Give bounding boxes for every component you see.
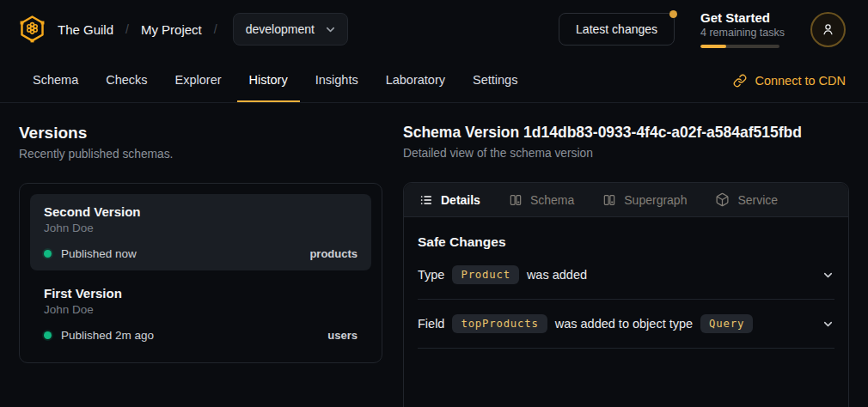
published-status-dot [44, 250, 52, 258]
changes-list: TypeProductwas addedFieldtopProductswas … [418, 251, 834, 349]
hive-logo-icon[interactable] [19, 15, 46, 44]
section-title: Safe Changes [418, 234, 834, 250]
tab-settings[interactable]: Settings [461, 58, 529, 102]
detail-tabs: DetailsSchemaSupergraphService [404, 183, 848, 217]
detail-tab-label: Schema [530, 193, 574, 207]
version-author: John Doe [44, 303, 358, 316]
connect-to-cdn-link[interactable]: Connect to CDN [733, 58, 846, 102]
panels-icon [509, 193, 523, 207]
get-started-progress-fill [700, 45, 726, 48]
user-icon [820, 21, 836, 38]
detail-tab-service[interactable]: Service [715, 192, 778, 207]
header: The Guild / My Project / development Lat… [0, 0, 868, 58]
detail-body: Safe Changes TypeProductwas addedFieldto… [404, 217, 848, 349]
version-item[interactable]: First VersionJohn DoePublished 2m agouse… [30, 276, 371, 352]
version-status: Published now [61, 247, 137, 260]
link-icon [733, 74, 747, 88]
tab-history[interactable]: History [237, 58, 300, 102]
change-text: was added to object type [555, 317, 693, 331]
code-chip: Query [700, 314, 753, 333]
get-started[interactable]: Get Started 4 remaining tasks [700, 10, 785, 48]
tab-insights[interactable]: Insights [303, 58, 370, 102]
breadcrumb-org[interactable]: The Guild [58, 22, 113, 37]
nav-tabs: SchemaChecksExplorerHistoryInsightsLabor… [21, 58, 529, 102]
panels-icon [602, 193, 616, 207]
app: The Guild / My Project / development Lat… [0, 0, 868, 407]
get-started-progress [700, 45, 779, 48]
code-chip: Product [452, 265, 518, 284]
change-row[interactable]: FieldtopProductswas added to object type… [418, 300, 834, 349]
detail-tab-label: Supergraph [624, 193, 687, 207]
nav: SchemaChecksExplorerHistoryInsightsLabor… [0, 58, 868, 103]
version-name: Second Version [44, 204, 358, 219]
change-row[interactable]: TypeProductwas added [418, 251, 834, 300]
published-status-dot [44, 331, 52, 339]
tab-checks[interactable]: Checks [94, 58, 159, 102]
version-author: John Doe [44, 222, 358, 234]
version-status-row: Published nowproducts [44, 247, 358, 260]
target-selector-value: development [246, 22, 315, 36]
versions-title: Versions [19, 124, 382, 143]
detail-tab-label: Service [737, 193, 778, 207]
version-status-row: Published 2m agousers [44, 329, 358, 342]
latest-changes-label: Latest changes [576, 22, 657, 36]
version-service: users [327, 329, 358, 342]
breadcrumb-separator: / [125, 22, 129, 36]
change-text: was added [527, 268, 587, 282]
breadcrumb-project[interactable]: My Project [141, 22, 202, 37]
tab-laboratory[interactable]: Laboratory [374, 58, 457, 102]
detail-tab-label: Details [441, 193, 480, 207]
version-service: products [309, 247, 358, 260]
get-started-title: Get Started [700, 10, 785, 25]
chevron-down-icon [822, 318, 834, 331]
tab-schema[interactable]: Schema [21, 58, 90, 102]
versions-panel: Versions Recently published schemas. Sec… [19, 118, 382, 407]
detail-title: Schema Version 1d14db83-0933-4f4c-a02f-a… [403, 124, 849, 142]
change-text: Type [418, 268, 444, 282]
chevron-down-icon [324, 23, 337, 36]
breadcrumb: The Guild / My Project / development [19, 13, 348, 46]
version-name: First Version [44, 286, 358, 301]
detail-tab-supergraph[interactable]: Supergraph [602, 193, 687, 207]
notification-dot [669, 10, 677, 18]
detail-tab-details[interactable]: Details [419, 193, 480, 207]
tab-explorer[interactable]: Explorer [163, 58, 234, 102]
change-text: Field [418, 317, 444, 331]
cube-icon [715, 192, 730, 207]
version-list: Second VersionJohn DoePublished nowprodu… [19, 183, 382, 363]
detail-tab-schema[interactable]: Schema [509, 193, 574, 207]
version-status: Published 2m ago [61, 329, 154, 342]
avatar[interactable] [810, 12, 846, 47]
header-actions: Latest changes Get Started 4 remaining t… [559, 10, 846, 48]
code-chip: topProducts [452, 314, 547, 333]
breadcrumb-separator: / [214, 22, 217, 36]
target-selector[interactable]: development [233, 13, 348, 46]
cdn-link-label: Connect to CDN [755, 74, 846, 88]
detail-panel: Schema Version 1d14db83-0933-4f4c-a02f-a… [403, 118, 849, 407]
version-item[interactable]: Second VersionJohn DoePublished nowprodu… [30, 194, 371, 270]
list-icon [419, 193, 433, 207]
get-started-subtitle: 4 remaining tasks [700, 27, 785, 39]
versions-subtitle: Recently published schemas. [19, 148, 382, 161]
main: Versions Recently published schemas. Sec… [0, 103, 868, 407]
detail-subtitle: Detailed view of the schema version [403, 147, 849, 160]
latest-changes-button[interactable]: Latest changes [559, 13, 675, 46]
detail-card: DetailsSchemaSupergraphService Safe Chan… [403, 182, 849, 407]
chevron-down-icon [822, 269, 834, 282]
